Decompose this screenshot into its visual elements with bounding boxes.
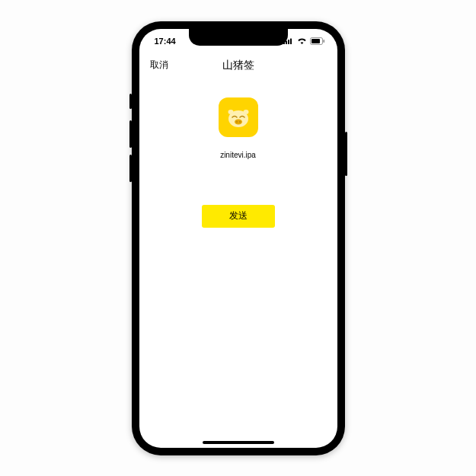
svg-point-10 xyxy=(235,119,242,124)
svg-rect-2 xyxy=(288,40,289,44)
svg-rect-5 xyxy=(311,39,320,43)
svg-rect-1 xyxy=(286,41,287,45)
volume-up-button xyxy=(129,120,132,148)
wifi-icon xyxy=(297,37,307,44)
svg-point-11 xyxy=(236,121,238,123)
svg-rect-3 xyxy=(290,39,292,45)
file-name: zinitevi.ipa xyxy=(220,151,256,159)
notch xyxy=(189,29,288,46)
cancel-button[interactable]: 取消 xyxy=(150,59,168,72)
status-right xyxy=(283,37,325,45)
svg-rect-6 xyxy=(323,40,324,43)
content: zinitevi.ipa 发送 xyxy=(139,81,337,228)
home-indicator[interactable] xyxy=(203,441,274,444)
phone-frame: 17:44 取消 山猪签 xyxy=(132,21,345,455)
svg-point-12 xyxy=(239,121,241,123)
send-button[interactable]: 发送 xyxy=(202,205,275,228)
pig-app-icon xyxy=(219,97,258,137)
nav-bar: 取消 山猪签 xyxy=(139,50,337,81)
send-button-label: 发送 xyxy=(229,209,248,222)
screen: 17:44 取消 山猪签 xyxy=(139,29,337,448)
volume-down-button xyxy=(129,155,132,182)
page-title: 山猪签 xyxy=(222,59,254,72)
svg-point-8 xyxy=(228,110,233,114)
silence-switch xyxy=(129,94,132,109)
power-button xyxy=(345,132,347,176)
svg-point-9 xyxy=(243,110,248,114)
battery-icon xyxy=(310,37,325,45)
status-time: 17:44 xyxy=(155,37,176,46)
